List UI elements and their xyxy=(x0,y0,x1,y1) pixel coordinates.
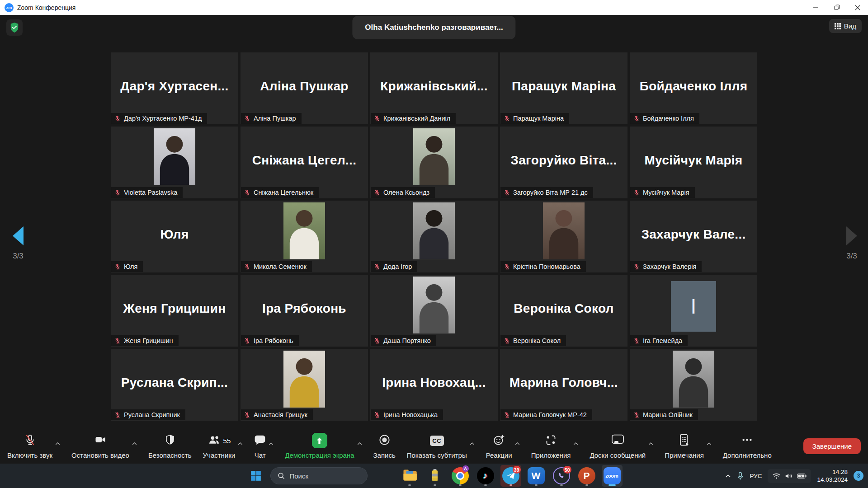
participant-tile[interactable]: Женя ГрицишинЖеня Грицишин xyxy=(111,275,238,347)
chevron-up-icon[interactable] xyxy=(707,439,712,447)
participant-tile[interactable]: Крістіна Пономарьова xyxy=(500,201,627,272)
participant-tile[interactable]: Анастасія Грищук xyxy=(241,349,368,421)
participant-video-photo xyxy=(283,351,325,408)
toolbar-button[interactable]: Приложения xyxy=(531,433,571,459)
taskbar-app-telegram[interactable]: 39 xyxy=(500,465,521,487)
muted-mic-icon xyxy=(633,337,640,344)
zoom-logo-icon: zm xyxy=(5,3,14,12)
participant-tile[interactable]: Захарчук Вале...Захарчук Валерія xyxy=(630,201,757,272)
security-shield-button[interactable] xyxy=(6,19,23,36)
participant-name-text: Руслана Скрипник xyxy=(124,411,180,418)
toolbar-button[interactable]: Демонстрация экрана xyxy=(285,433,354,459)
participant-name-text: Олена Ксьондз xyxy=(383,189,429,196)
participant-tile[interactable]: Дода Ігор xyxy=(370,201,498,272)
taskbar-app-file-explorer[interactable] xyxy=(399,465,420,487)
taskbar-app-tiktok[interactable]: ♪ xyxy=(475,465,496,487)
toolbar-button[interactable]: CCПоказать субтитры xyxy=(407,433,467,459)
chevron-up-icon[interactable] xyxy=(357,439,362,447)
taskbar-app-viber[interactable]: 50 xyxy=(551,465,572,487)
participant-tile[interactable]: Паращук МарінаПаращук Маріна xyxy=(500,52,627,124)
previous-page-arrow-icon[interactable] xyxy=(13,226,24,245)
close-button[interactable] xyxy=(847,0,868,15)
toolbar-group: Включить звук xyxy=(7,428,60,464)
minimize-button[interactable] xyxy=(806,0,826,15)
participant-name-label: Загоруйко Віта МР 21 дс xyxy=(500,187,593,198)
participant-tile[interactable]: Даша Портянко xyxy=(370,275,498,347)
taskbar-app-word[interactable]: W xyxy=(526,465,547,487)
toolbar-button[interactable]: Дополнительно xyxy=(723,433,772,459)
notification-count-badge[interactable]: 3 xyxy=(854,471,863,481)
participant-tile[interactable]: Дар'я Хуртасен...Дар'я Хуртасенко МР-41д xyxy=(111,52,238,124)
participant-name-text: Ірина Новохацька xyxy=(383,411,438,418)
chevron-up-icon[interactable] xyxy=(573,439,578,447)
chevron-up-icon[interactable] xyxy=(648,439,653,447)
muted-mic-icon xyxy=(504,115,510,122)
participant-tile[interactable]: Олена Ксьондз xyxy=(370,127,498,198)
toolbar-button[interactable]: Включить звук xyxy=(7,433,52,459)
muted-mic-icon xyxy=(114,337,121,344)
tray-chevron-up-icon[interactable] xyxy=(725,474,731,478)
language-indicator[interactable]: РУС xyxy=(750,473,762,479)
muted-mic-icon xyxy=(244,263,250,270)
participant-tile[interactable]: Руслана Скрип...Руслана Скрипник xyxy=(111,349,238,421)
participant-name-text: Дода Ігор xyxy=(383,263,412,270)
participant-tile[interactable]: Violetta Paslavska xyxy=(111,127,238,198)
toolbar-button[interactable]: Запись xyxy=(373,433,396,459)
tray-status-group[interactable] xyxy=(768,469,811,483)
participant-tile[interactable]: Марина Олійник xyxy=(630,349,757,421)
tray-clock[interactable]: 14:28 14.03.2024 xyxy=(817,468,848,483)
next-page-arrow-icon[interactable] xyxy=(846,226,857,245)
open-app-indicator xyxy=(434,484,436,486)
toolbar-button[interactable]: Реакции xyxy=(486,433,512,459)
participant-tile[interactable]: Вероніка СоколВероніка Сокол xyxy=(500,275,627,347)
toolbar-button[interactable]: 55Участники xyxy=(203,433,236,459)
toolbar-button-label: Включить звук xyxy=(7,451,52,459)
end-meeting-button[interactable]: Завершение xyxy=(803,438,861,454)
toolbar-button[interactable]: Примечания xyxy=(665,433,704,459)
tray-mic-icon[interactable] xyxy=(737,472,744,480)
start-button[interactable] xyxy=(246,465,266,487)
participant-tile[interactable]: Сніжана Цегел...Сніжана Цегельнюк xyxy=(241,127,368,198)
participant-tile[interactable]: Іра РябоконьІра Рябоконь xyxy=(241,275,368,347)
toolbar-button[interactable]: Безопасность xyxy=(148,433,192,459)
taskbar-search[interactable] xyxy=(270,467,368,484)
toolbar-button[interactable]: Чат xyxy=(254,433,266,459)
chevron-up-icon[interactable] xyxy=(238,439,243,447)
tray-date: 14.03.2024 xyxy=(817,476,848,483)
volume-icon xyxy=(785,473,793,479)
restore-button[interactable] xyxy=(826,0,847,15)
chevron-up-icon[interactable] xyxy=(55,439,60,447)
participant-tile[interactable]: Мусійчук МаріяМусійчук Марія xyxy=(630,127,757,198)
chevron-up-icon[interactable] xyxy=(269,439,274,447)
taskbar-app-battery-app[interactable] xyxy=(425,465,445,487)
participant-video-photo xyxy=(543,202,585,259)
mic-muted-icon xyxy=(24,434,36,448)
taskbar-app-powerpoint[interactable]: P xyxy=(576,465,597,487)
participant-tile[interactable]: Марина Головч...Марина Головчук МР-42 xyxy=(500,349,627,421)
participant-name-text: Іра Рябоконь xyxy=(254,337,293,344)
participant-tile[interactable]: Микола Семенюк xyxy=(241,201,368,272)
view-button[interactable]: Вид xyxy=(829,19,862,33)
participant-name-text: Вероніка Сокол xyxy=(513,337,561,344)
chevron-up-icon[interactable] xyxy=(132,439,137,447)
participant-name-text: Загоруйко Віта МР 21 дс xyxy=(513,189,588,196)
participant-big-name: Аліна Пушкар xyxy=(241,52,368,120)
participant-big-name: Руслана Скрип... xyxy=(111,349,238,416)
participant-tile[interactable]: IIra Глемейда xyxy=(630,275,757,347)
chevron-up-icon[interactable] xyxy=(470,439,475,447)
participant-tile[interactable]: Аліна ПушкарАліна Пушкар xyxy=(241,52,368,124)
toolbar-button[interactable]: Доски сообщений xyxy=(590,433,646,459)
participant-tile[interactable]: Ірина Новохац...Ірина Новохацька xyxy=(370,349,498,421)
taskbar-app-chrome[interactable]: A xyxy=(450,465,471,487)
participant-tile[interactable]: Бойдаченко ІлляБойдаченко Ілля xyxy=(630,52,757,124)
participant-tile[interactable]: Загоруйко Віта...Загоруйко Віта МР 21 дс xyxy=(500,127,627,198)
search-input[interactable] xyxy=(290,472,358,480)
chevron-up-icon[interactable] xyxy=(515,439,520,447)
participant-tile[interactable]: Крижанівський...Крижанівський Даниіл xyxy=(370,52,498,124)
toolbar-button[interactable]: Остановить видео xyxy=(71,433,129,459)
taskbar-app-zoom[interactable]: zoom xyxy=(602,465,623,487)
participant-tile[interactable]: ЮляЮля xyxy=(111,201,238,272)
muted-mic-icon xyxy=(114,115,121,122)
participant-name-label: Захарчук Валерія xyxy=(630,261,702,272)
more-icon xyxy=(741,434,753,448)
